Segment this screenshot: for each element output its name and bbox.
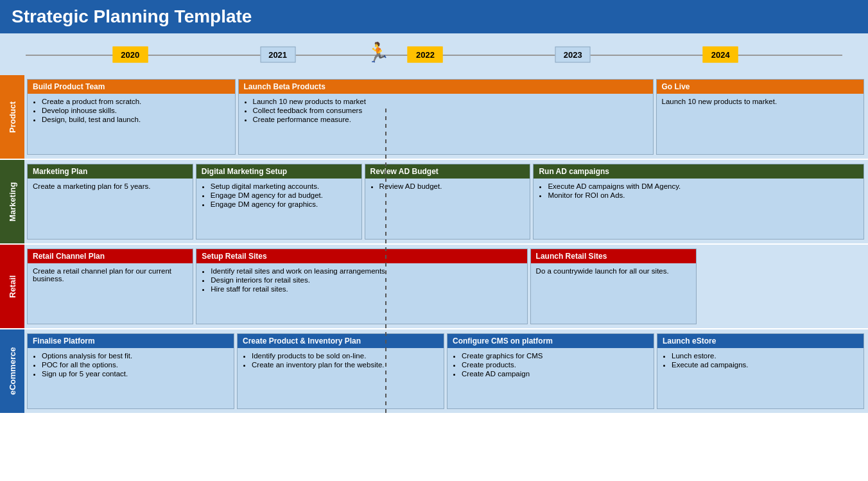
card-body-finalise-platform: Options analysis for best fit. POC for a…	[28, 348, 234, 408]
list-item: Options analysis for best fit.	[42, 352, 229, 360]
year-2022: 2022	[408, 46, 443, 62]
list-item: Develop inhouse skills.	[42, 107, 230, 114]
card-body-setup-retail-sites: Identify retail sites and work on leasin…	[196, 263, 526, 324]
card-launch-estore: Launch eStore Lunch estore. Execute ad c…	[657, 333, 864, 409]
card-header-launch-beta-products: Launch Beta Products	[239, 80, 653, 94]
label-marketing: Marketing	[0, 160, 24, 243]
card-header-setup-retail-sites: Setup Retail Sites	[196, 249, 526, 263]
timeline-bar: 2020 2021 2022 2023 2024 🏃	[0, 33, 868, 75]
runner-icon: 🏃	[366, 41, 390, 64]
card-body-create-product-inventory-plan: Identify products to be sold on-line. Cr…	[238, 348, 444, 408]
card-body-build-product-team: Create a product from scratch. Develop i…	[28, 94, 235, 154]
card-body-launch-beta-products: Launch 10 new products to market Collect…	[239, 94, 653, 154]
label-ecommerce: eCommerce	[0, 329, 24, 413]
list-item: Execute ad campaigns.	[672, 361, 858, 369]
card-header-build-product-team: Build Product Team	[28, 80, 235, 94]
list-item: Design interiors for retail sites.	[211, 276, 521, 284]
list-item: Create an inventory plan for the website…	[252, 361, 438, 369]
content-area: Product Build Product Team Create a prod…	[0, 75, 868, 414]
retail-spacer	[699, 249, 864, 324]
year-2020: 2020	[112, 46, 148, 62]
list-item: Collect feedback from consumers	[253, 107, 648, 114]
page-title: Strategic Planning Template	[12, 6, 252, 27]
list-item: Create a product from scratch.	[42, 98, 230, 105]
card-header-retail-channel-plan: Retail Channel Plan	[28, 249, 193, 263]
card-digital-marketing-setup: Digital Marketing Setup Setup digital ma…	[196, 164, 362, 240]
list-item: Launch 10 new products to market	[253, 98, 648, 105]
card-launch-retail-sites: Launch Retail Sites Do a countrywide lau…	[530, 249, 697, 324]
label-retail: Retail	[0, 245, 24, 328]
marketing-content: Marketing Plan Create a marketing plan f…	[24, 160, 868, 243]
row-ecommerce: eCommerce Finalise Platform Options anal…	[0, 329, 868, 414]
list-item: Engage DM agency for graphics.	[211, 200, 356, 208]
list-item: Create performance measure.	[253, 116, 648, 123]
card-finalise-platform: Finalise Platform Options analysis for b…	[27, 333, 234, 409]
card-header-configure-cms: Configure CMS on platform	[447, 334, 654, 348]
list-item: Lunch estore.	[672, 352, 858, 360]
card-header-launch-estore: Launch eStore	[657, 334, 864, 348]
card-review-ad-budget: Review AD Budget Review AD budget.	[365, 164, 531, 240]
card-body-run-ad-campaigns: Execute AD campaigns with DM Agency. Mon…	[534, 179, 864, 239]
year-2021: 2021	[260, 46, 295, 62]
list-item: Hire staff for retail sites.	[211, 285, 521, 293]
ecommerce-content: Finalise Platform Options analysis for b…	[24, 329, 868, 413]
card-create-product-inventory-plan: Create Product & Inventory Plan Identify…	[237, 333, 444, 409]
year-2023: 2023	[555, 46, 591, 62]
year-2024: 2024	[703, 46, 738, 62]
list-item: Create AD campaign	[462, 370, 648, 378]
retail-content: Retail Channel Plan Create a retail chan…	[24, 245, 868, 328]
row-marketing: Marketing Marketing Plan Create a market…	[0, 160, 868, 245]
card-launch-beta-products: Launch Beta Products Launch 10 new produ…	[238, 79, 654, 155]
list-item: Execute AD campaigns with DM Agency.	[548, 182, 858, 190]
list-item: Engage DM agency for ad budget.	[211, 191, 356, 199]
card-body-launch-estore: Lunch estore. Execute ad campaigns.	[657, 348, 864, 408]
card-header-digital-marketing-setup: Digital Marketing Setup	[196, 164, 361, 179]
list-item: Monitor for ROI on Ads.	[548, 191, 858, 199]
list-item: Identify products to be sold on-line.	[252, 352, 438, 360]
card-marketing-plan: Marketing Plan Create a marketing plan f…	[27, 164, 193, 240]
list-item: Review AD budget.	[379, 182, 525, 190]
card-body-launch-retail-sites: Do a countrywide launch for all our site…	[531, 263, 696, 324]
card-body-marketing-plan: Create a marketing plan for 5 years.	[28, 179, 193, 239]
card-header-create-product-inventory-plan: Create Product & Inventory Plan	[238, 334, 444, 348]
card-body-retail-channel-plan: Create a retail channel plan for our cur…	[28, 263, 193, 324]
product-content: Build Product Team Create a product from…	[24, 75, 868, 159]
card-header-finalise-platform: Finalise Platform	[28, 334, 234, 348]
card-setup-retail-sites: Setup Retail Sites Identify retail sites…	[196, 249, 527, 324]
card-run-ad-campaigns: Run AD campaigns Execute AD campaigns wi…	[533, 164, 864, 240]
label-product: Product	[0, 75, 24, 159]
card-retail-channel-plan: Retail Channel Plan Create a retail chan…	[27, 249, 193, 324]
list-item: Setup digital marketing accounts.	[211, 182, 356, 190]
row-retail: Retail Retail Channel Plan Create a reta…	[0, 245, 868, 329]
card-configure-cms: Configure CMS on platform Create graphic…	[447, 333, 654, 409]
card-header-marketing-plan: Marketing Plan	[28, 164, 193, 179]
card-body-review-ad-budget: Review AD budget.	[365, 179, 530, 239]
list-item: Design, build, test and launch.	[42, 116, 230, 123]
list-item: POC for all the options.	[42, 361, 229, 369]
card-body-go-live: Launch 10 new products to market.	[657, 94, 864, 154]
card-header-review-ad-budget: Review AD Budget	[365, 164, 530, 179]
card-build-product-team: Build Product Team Create a product from…	[27, 79, 236, 155]
dashed-line	[385, 109, 386, 414]
card-header-run-ad-campaigns: Run AD campaigns	[534, 164, 864, 179]
list-item: Sign up for 5 year contact.	[42, 370, 229, 378]
list-item: Create products.	[462, 361, 648, 369]
card-go-live: Go Live Launch 10 new products to market…	[656, 79, 865, 155]
card-body-digital-marketing-setup: Setup digital marketing accounts. Engage…	[196, 179, 361, 239]
card-body-configure-cms: Create graphics for CMS Create products.…	[447, 348, 654, 408]
list-item: Create graphics for CMS	[462, 352, 648, 360]
card-header-launch-retail-sites: Launch Retail Sites	[531, 249, 696, 263]
list-item: Identify retail sites and work on leasin…	[211, 267, 521, 275]
row-product: Product Build Product Team Create a prod…	[0, 75, 868, 160]
page-header: Strategic Planning Template	[0, 0, 868, 33]
card-header-go-live: Go Live	[657, 80, 864, 94]
